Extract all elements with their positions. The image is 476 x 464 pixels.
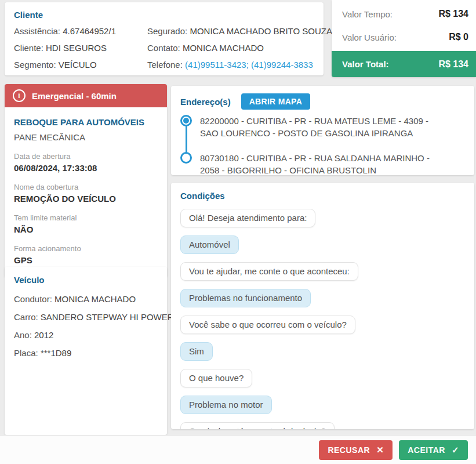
destination-address-text: 80730180 - CURITIBA - PR - RUA SALDANHA …: [200, 152, 446, 176]
assistance-number-field: Assistência: 4.67464952/1: [14, 26, 147, 37]
year-value: 2012: [34, 330, 53, 340]
car-value: SANDERO STEPWAY HI POWER: [41, 312, 174, 322]
client-fields-left: Assistência: 4.67464952/1 Cliente: HDI S…: [14, 26, 147, 77]
open-date-value: 06/08/2024, 17:33:08: [14, 163, 158, 173]
valor-usuario-label: Valor Usuário:: [342, 32, 397, 42]
pricing-card: Valor Tempo: R$ 134 Valor Usuário: R$ 0 …: [332, 0, 476, 77]
coverage-name-value: REMOÇÃO DO VEÍCULO: [14, 194, 158, 204]
activation-method-value: GPS: [14, 255, 158, 265]
origin-address-text: 82200000 - CURITIBA - PR - RUA MATEUS LE…: [200, 115, 446, 139]
valor-total-label: Valor Total:: [342, 59, 389, 69]
chat-question-bubble: Você sabe o que ocorreu com o veículo?: [180, 316, 355, 334]
address-header: Endereço(s) ABRIR MAPA: [180, 93, 465, 110]
car-field: Carro: SANDERO STEPWAY HI POWER: [14, 312, 158, 322]
phone-field: Telefone: (41)99511-3423; (41)99244-3833: [147, 60, 332, 70]
origin-address-item: 82200000 - CURITIBA - PR - RUA MATEUS LE…: [180, 115, 465, 139]
priority-banner: i Emergencial - 60min: [5, 84, 167, 107]
valor-usuario-value: R$ 0: [449, 32, 468, 42]
vehicle-card-title: Veículo: [14, 275, 158, 285]
insured-value: MONICA MACHADO BRITO SOUZA: [190, 26, 332, 36]
check-icon: ✓: [452, 445, 459, 454]
segment-field: Segmento: VEÍCULO: [14, 60, 147, 70]
year-label: Ano:: [14, 330, 32, 340]
client-card: Cliente Assistência: 4.67464952/1 Client…: [5, 2, 324, 75]
service-card: i Emergencial - 60min REBOQUE PARA AUTOM…: [5, 84, 167, 277]
close-icon: ✕: [376, 445, 384, 454]
priority-banner-label: Emergencial - 60min: [32, 91, 117, 101]
valor-total-value: R$ 134: [438, 59, 468, 70]
assistance-detail-page: Cliente Assistência: 4.67464952/1 Client…: [0, 0, 476, 464]
plate-value: ***1D89: [41, 348, 71, 358]
chat-question-bubble: Olá! Deseja atendimento para:: [180, 209, 315, 227]
segment-label: Segmento:: [14, 60, 56, 70]
phone-label: Telefone:: [147, 60, 183, 70]
valor-tempo-label: Valor Tempo:: [342, 9, 393, 19]
valor-tempo-row: Valor Tempo: R$ 134: [332, 2, 476, 26]
destination-point-icon: [180, 152, 192, 164]
service-subtitle: PANE MECÂNICA: [14, 132, 158, 142]
destination-address-item: 80730180 - CURITIBA - PR - RUA SALDANHA …: [180, 152, 465, 176]
client-fields: Assistência: 4.67464952/1 Cliente: HDI S…: [14, 26, 314, 77]
contact-value: MONICA MACHADO: [183, 43, 264, 53]
client-fields-right: Segurado: MONICA MACHADO BRITO SOUZA Con…: [147, 26, 332, 77]
year-field: Ano: 2012: [14, 330, 158, 340]
origin-point-icon: [180, 115, 192, 126]
action-bar: RECUSAR ✕ ACEITAR ✓: [0, 435, 476, 464]
material-limit-label: Tem limite material: [14, 213, 158, 222]
client-name-field: Cliente: HDI SEGUROS: [14, 43, 147, 53]
assistance-number-value: 4.67464952/1: [63, 26, 116, 36]
chat-answer-bubble: Problemas no funcionamento: [180, 289, 311, 307]
client-card-title: Cliente: [14, 10, 314, 20]
contact-field: Contato: MONICA MACHADO: [147, 43, 332, 53]
chat-answer-bubble: Automóvel: [180, 235, 239, 254]
accept-button-label: ACEITAR: [408, 445, 445, 455]
service-name: REBOQUE PARA AUTOMÓVEIS: [14, 117, 158, 128]
activation-method-label: Forma acionamento: [14, 244, 158, 253]
driver-label: Condutor:: [14, 294, 52, 304]
reject-button[interactable]: RECUSAR ✕: [319, 440, 393, 460]
conditions-card-title: Condições: [180, 191, 465, 201]
phone-link[interactable]: (41)99511-3423; (41)99244-3833: [185, 60, 313, 70]
contact-label: Contato:: [147, 43, 180, 53]
chat-question-bubble: O que houve?: [180, 369, 252, 387]
car-label: Carro:: [14, 312, 38, 322]
conditions-card: Condições Olá! Deseja atendimento para: …: [171, 183, 474, 429]
plate-label: Placa:: [14, 348, 38, 358]
insured-field: Segurado: MONICA MACHADO BRITO SOUZA: [147, 26, 332, 37]
driver-value: MONICA MACHADO: [54, 294, 136, 304]
valor-tempo-value: R$ 134: [438, 9, 468, 19]
address-card-title: Endereço(s): [180, 97, 231, 107]
address-timeline: 82200000 - CURITIBA - PR - RUA MATEUS LE…: [180, 115, 465, 176]
info-icon: i: [13, 89, 26, 102]
chat-answer-bubble: Problema no motor: [180, 396, 272, 414]
open-map-button[interactable]: ABRIR MAPA: [241, 93, 310, 110]
reject-button-label: RECUSAR: [328, 445, 370, 455]
driver-field: Condutor: MONICA MACHADO: [14, 294, 158, 304]
open-date-label: Data de abertura: [14, 152, 158, 161]
chat-answer-bubble: Sim: [180, 342, 213, 361]
insured-label: Segurado:: [147, 26, 187, 36]
assistance-number-label: Assistência:: [14, 26, 60, 36]
valor-total-row: Valor Total: R$ 134: [332, 51, 476, 77]
client-name-value: HDI SEGUROS: [46, 43, 107, 53]
client-name-label: Cliente:: [14, 43, 43, 53]
address-card: Endereço(s) ABRIR MAPA 82200000 - CURITI…: [171, 86, 474, 175]
material-limit-value: NÃO: [14, 224, 158, 234]
valor-usuario-row: Valor Usuário: R$ 0: [332, 26, 476, 49]
plate-field: Placa: ***1D89: [14, 348, 158, 358]
chat-question-bubble: Vou te ajudar, me conte o que aconteceu:: [180, 262, 358, 281]
vehicle-card: Veículo Condutor: MONICA MACHADO Carro: …: [5, 267, 167, 435]
accept-button[interactable]: ACEITAR ✓: [399, 440, 468, 460]
segment-value: VEÍCULO: [59, 60, 97, 70]
chat-question-bubble: O veiculo está em estrada/rodovia?: [180, 422, 335, 429]
coverage-name-label: Nome da cobertura: [14, 183, 158, 191]
service-body: REBOQUE PARA AUTOMÓVEIS PANE MECÂNICA Da…: [5, 107, 167, 277]
